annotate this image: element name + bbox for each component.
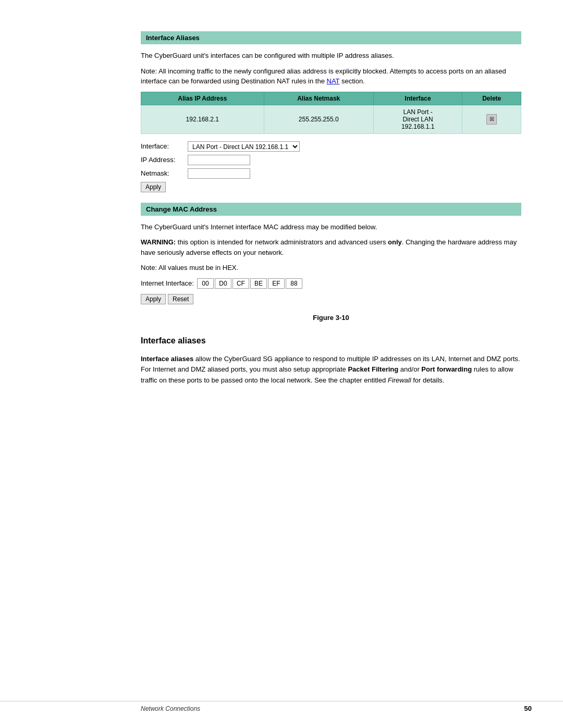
mac-inputs-group bbox=[197, 278, 303, 289]
col-interface: Interface bbox=[373, 92, 462, 105]
page-container: Interface Aliases The CyberGuard unit's … bbox=[0, 0, 563, 728]
interface-form-label: Interface: bbox=[141, 142, 188, 150]
footer-left-text: Network Connections bbox=[141, 705, 200, 712]
body-bold3: Port forwarding bbox=[421, 365, 472, 373]
delete-icon: ☒ bbox=[489, 116, 494, 122]
mac-octet-6[interactable] bbox=[286, 278, 302, 289]
alias-form: Interface: LAN Port - Direct LAN 192.168… bbox=[141, 141, 521, 192]
interface-aliases-header: Interface Aliases bbox=[141, 31, 521, 44]
interface-aliases-para1: The CyberGuard unit's interfaces can be … bbox=[141, 51, 521, 61]
col-alias-ip: Alias IP Address bbox=[141, 92, 264, 105]
netmask-label: Netmask: bbox=[141, 169, 188, 177]
mac-octet-4[interactable] bbox=[250, 278, 267, 289]
interface-cell: LAN Port -Direct LAN192.168.1.1 bbox=[373, 105, 462, 133]
interface-aliases-para2: Note: All incoming traffic to the newly … bbox=[141, 66, 521, 87]
alias-netmask-cell: 255.255.255.0 bbox=[264, 105, 373, 133]
warning-only: only bbox=[388, 238, 402, 246]
mac-octet-1[interactable] bbox=[197, 278, 214, 289]
warning-para: WARNING: this option is intended for net… bbox=[141, 237, 521, 257]
body-italic: Firewall bbox=[388, 376, 411, 384]
delete-button[interactable]: ☒ bbox=[486, 114, 497, 125]
alias-apply-button[interactable]: Apply bbox=[141, 182, 166, 192]
internet-interface-label: Internet Interface: bbox=[141, 279, 194, 287]
mac-reset-button[interactable]: Reset bbox=[168, 294, 193, 304]
nat-link[interactable]: NAT bbox=[327, 77, 340, 85]
mac-input-row: Internet Interface: bbox=[141, 278, 521, 289]
ip-address-label: IP Address: bbox=[141, 156, 188, 164]
page-footer: Network Connections 50 bbox=[0, 701, 563, 712]
para2-part2: section. bbox=[339, 77, 364, 85]
mac-apply-button[interactable]: Apply bbox=[141, 294, 166, 304]
form-row-interface: Interface: LAN Port - Direct LAN 192.168… bbox=[141, 141, 521, 152]
para2-part1: Note: All incoming traffic to the newly … bbox=[141, 67, 506, 85]
alias-ip-cell: 192.168.2.1 bbox=[141, 105, 264, 133]
body-and: and/or bbox=[398, 365, 421, 373]
warning-text: this option is intended for network admi… bbox=[176, 238, 388, 246]
warning-label: WARNING: bbox=[141, 238, 176, 246]
col-alias-netmask: Alias Netmask bbox=[264, 92, 373, 105]
interface-select[interactable]: LAN Port - Direct LAN 192.168.1.1 bbox=[188, 141, 300, 152]
mac-octet-2[interactable] bbox=[215, 278, 231, 289]
netmask-input[interactable] bbox=[188, 168, 250, 179]
interface-aliases-body-para: Interface aliases allow the CyberGuard S… bbox=[141, 354, 521, 386]
mac-note: Note: All values must be in HEX. bbox=[141, 263, 521, 273]
form-row-netmask: Netmask: bbox=[141, 168, 521, 179]
body-end: for details. bbox=[411, 376, 445, 384]
interface-aliases-heading: Interface aliases bbox=[141, 336, 521, 346]
alias-table: Alias IP Address Alias Netmask Interface… bbox=[141, 92, 521, 134]
content-area: Interface Aliases The CyberGuard unit's … bbox=[141, 31, 521, 386]
form-row-ip: IP Address: bbox=[141, 155, 521, 165]
table-row: 192.168.2.1 255.255.255.0 LAN Port -Dire… bbox=[141, 105, 521, 133]
body-bold2: Packet Filtering bbox=[348, 365, 398, 373]
body-bold1: Interface aliases bbox=[141, 355, 193, 363]
mac-para1: The CyberGuard unit's Internet interface… bbox=[141, 222, 521, 232]
ip-address-input[interactable] bbox=[188, 155, 250, 165]
mac-octet-3[interactable] bbox=[232, 278, 249, 289]
figure-caption: Figure 3-10 bbox=[141, 314, 521, 322]
mac-octet-5[interactable] bbox=[268, 278, 285, 289]
delete-cell[interactable]: ☒ bbox=[462, 105, 521, 133]
col-delete: Delete bbox=[462, 92, 521, 105]
change-mac-header: Change MAC Address bbox=[141, 203, 521, 216]
form-row-apply: Apply bbox=[141, 182, 521, 192]
mac-buttons-row: Apply Reset bbox=[141, 294, 521, 304]
mac-fields-row: Internet Interface: bbox=[141, 278, 521, 289]
page-number: 50 bbox=[524, 705, 532, 712]
